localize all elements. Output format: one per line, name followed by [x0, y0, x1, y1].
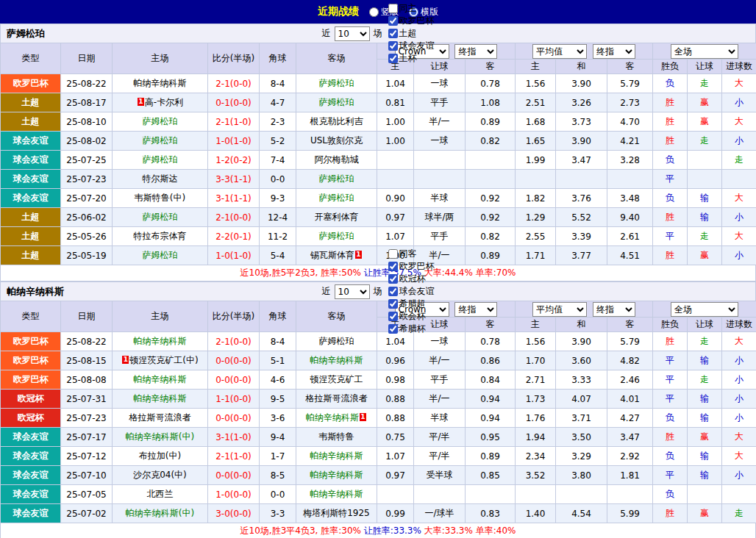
filter-checkbox-input[interactable]: [388, 249, 398, 259]
filter-checkbox-input[interactable]: [388, 312, 398, 321]
euro-avg-select[interactable]: 平均值: [532, 44, 587, 59]
euro-home-odds: [516, 485, 556, 504]
score-cell: 3-3(1-1): [208, 170, 260, 189]
filter-checkbox-input[interactable]: [388, 4, 398, 13]
col-ah-away: 客: [466, 318, 516, 332]
match-count-select[interactable]: 10: [335, 26, 370, 41]
matches-label: 场: [374, 27, 382, 40]
filter-checkbox-input[interactable]: [388, 16, 398, 26]
filter-checkbox-input[interactable]: [388, 324, 398, 334]
score-cell: 2-2(0-1): [208, 227, 260, 246]
filter-checkbox[interactable]: 土超: [388, 27, 435, 40]
team-name-text: 帕纳辛纳科斯: [134, 374, 187, 384]
team-name-text: 阿尔梅勒城: [315, 154, 359, 165]
handicap-away-odds: 0.84: [466, 370, 516, 390]
corner-cell: 4-7: [260, 93, 296, 112]
date-cell: 25-07-17: [61, 428, 113, 447]
team-name-text: 萨姆松珀: [143, 212, 178, 222]
near-label: 近: [322, 285, 331, 298]
filter-checkbox-input[interactable]: [388, 299, 398, 309]
red-card-badge: 1: [138, 98, 144, 106]
filter-checkbox-input[interactable]: [388, 29, 398, 38]
euro-away-odds: 2.73: [607, 93, 653, 112]
handicap-line: 一/球半: [414, 504, 466, 523]
filter-checkbox[interactable]: 同客: [388, 248, 435, 260]
corner-cell: 9-4: [260, 428, 296, 447]
handicap-away-odds: 0.86: [466, 351, 516, 370]
filter-checkbox-input[interactable]: [388, 54, 398, 63]
col-corner: 角球: [260, 43, 296, 74]
filter-checkbox-input[interactable]: [388, 41, 398, 51]
col-eu-home: 主: [516, 60, 556, 74]
filter-checkbox[interactable]: 球会友谊: [388, 40, 435, 52]
filter-checkbox[interactable]: 希腊杯: [388, 323, 435, 335]
filter-checkbox-label: 欧冠杯: [399, 273, 426, 285]
euro-time-select[interactable]: 终指: [593, 302, 635, 317]
goal-result-cell: 小: [722, 93, 756, 112]
euro-time-select[interactable]: 终指: [593, 44, 635, 59]
filter-checkbox[interactable]: 欧会杯: [388, 310, 435, 323]
handicap-away-odds: 0.78: [466, 74, 516, 93]
filter-checkbox[interactable]: 希腊超: [388, 298, 435, 310]
col-ah-result: 让球: [688, 60, 722, 74]
filter-checkbox[interactable]: 欧罗巴杯: [388, 260, 435, 273]
handicap-away-odds: 0.95: [466, 428, 516, 447]
euro-draw-odds: 3.80: [556, 466, 607, 485]
handicap-time-select[interactable]: 终指: [454, 302, 497, 317]
filter-checkbox[interactable]: 土杯: [388, 52, 435, 65]
filter-checkbox[interactable]: 欧冠杯: [388, 273, 435, 285]
corner-cell: 3-6: [260, 409, 296, 428]
home-team-cell: 帕纳辛纳科斯: [113, 370, 208, 390]
match-row: 欧罗巴杯25-08-08帕纳辛纳科斯0-0(0-0)4-6顿涅茨克矿工0.98平…: [1, 370, 756, 390]
euro-away-odds: 4.21: [607, 132, 653, 151]
team-name-text: 萨姆松珀: [143, 135, 178, 146]
scope-select[interactable]: 全场: [671, 302, 738, 317]
filter-checkbox-input[interactable]: [388, 274, 398, 284]
handicap-line: 半/一: [414, 390, 466, 409]
match-row: 欧罗巴杯25-08-151顿涅茨克矿工(中)0-0(0-0)5-1帕纳辛纳科斯0…: [1, 351, 756, 370]
handicap-line: [414, 151, 466, 170]
goal-result-cell: 小: [722, 132, 756, 151]
corner-cell: 2-3: [260, 112, 296, 132]
date-cell: 25-07-20: [61, 189, 113, 208]
euro-home-odds: 3.52: [516, 466, 556, 485]
handicap-line: 半球: [414, 409, 466, 428]
handicap-result-cell: 赢: [688, 428, 722, 447]
handicap-line: 一球: [414, 132, 466, 151]
team-name: 萨姆松珀: [7, 27, 45, 40]
filter-controls: 近 10 场 同主欧罗巴杯土超球会友谊土杯: [322, 2, 435, 65]
filter-checkbox-input[interactable]: [388, 287, 398, 296]
filter-checkbox-input[interactable]: [388, 262, 398, 271]
euro-away-odds: 2.61: [607, 227, 653, 246]
scope-select[interactable]: 全场: [671, 44, 738, 59]
match-count-select[interactable]: 10: [335, 284, 370, 299]
match-row: 球会友谊25-07-23特尔斯达3-3(1-1)0-0萨姆松珀平: [1, 170, 756, 189]
goal-result-cell: [722, 170, 756, 189]
euro-away-odds: 9.40: [607, 208, 653, 227]
euro-away-odds: 5.79: [607, 332, 653, 351]
home-team-cell: 萨姆松珀: [113, 112, 208, 132]
match-row: 球会友谊25-07-02帕纳辛纳科斯(中)3-0(0-0)3-3梅塔利斯特192…: [1, 504, 756, 523]
filter-checkbox[interactable]: 同主: [388, 2, 435, 15]
filter-checkbox-label: 球会友谊: [399, 40, 435, 52]
handicap-away-odds: 0.85: [466, 466, 516, 485]
home-team-cell: 韦斯特鲁(中): [113, 189, 208, 208]
summary-line: 近10场,胜3平4负3, 胜率:30% 让胜率:33.3% 大率:33.3% 单…: [0, 523, 756, 538]
result-cell: 胜: [653, 93, 688, 112]
euro-home-odds: 1.70: [516, 351, 556, 370]
euro-home-odds: 2.55: [516, 227, 556, 246]
col-date: 日期: [61, 301, 113, 332]
handicap-time-select[interactable]: 终指: [454, 44, 497, 59]
filter-checkbox[interactable]: 欧罗巴杯: [388, 15, 435, 27]
team-name-text: 韦斯特鲁(中): [135, 193, 185, 203]
euro-draw-odds: [556, 485, 607, 504]
home-team-cell: 萨姆松珀: [113, 246, 208, 265]
handicap-line: 半/一: [414, 112, 466, 132]
match-row: 球会友谊25-07-25萨姆松珀1-2(0-2)7-4阿尔梅勒城1.993.47…: [1, 151, 756, 170]
filter-checkbox[interactable]: 球会友谊: [388, 285, 435, 298]
result-cell: 负: [653, 74, 688, 93]
euro-away-odds: 3.48: [607, 189, 653, 208]
euro-odds-header: 平均值 终指: [516, 43, 653, 60]
match-row: 球会友谊25-07-10沙尔克04(中)0-0(0-0)8-5帕纳辛纳科斯0.9…: [1, 466, 756, 485]
euro-avg-select[interactable]: 平均值: [532, 302, 587, 317]
